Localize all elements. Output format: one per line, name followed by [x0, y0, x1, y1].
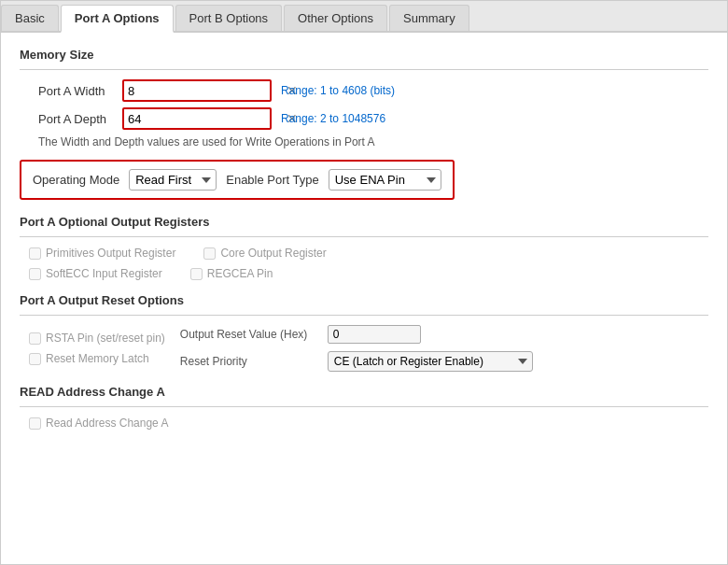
port-a-width-label: Port A Width: [38, 84, 122, 98]
reset-row: RSTA Pin (set/reset pin) Reset Memory La…: [29, 325, 708, 372]
regcea-register-checkbox[interactable]: [190, 268, 203, 280]
reset-priority-row: Reset Priority CE (Latch or Register Ena…: [180, 351, 533, 372]
reset-section: Port A Output Reset Options RSTA Pin (se…: [20, 293, 708, 372]
tab-port-a[interactable]: Port A Options: [61, 5, 174, 33]
registers-row-1: Primitives Output Register Core Output R…: [29, 247, 708, 260]
port-a-depth-input[interactable]: [128, 112, 285, 126]
address-checkbox-row: Read Address Change A: [29, 417, 708, 430]
primitives-register-label: Primitives Output Register: [46, 247, 175, 260]
regcea-register-item: REGCEA Pin: [190, 267, 273, 280]
operating-mode-select[interactable]: Read First Write First No Change: [129, 169, 217, 191]
reset-priority-label: Reset Priority: [180, 355, 320, 368]
memory-size-title: Memory Size: [20, 48, 708, 62]
port-a-depth-label: Port A Depth: [38, 112, 122, 126]
port-a-width-input[interactable]: [128, 84, 285, 98]
primitives-register-checkbox[interactable]: [29, 247, 41, 260]
reset-priority-select[interactable]: CE (Latch or Register Enable) SR (Set/Re…: [328, 351, 533, 372]
read-address-checkbox[interactable]: [29, 417, 41, 430]
tab-basic[interactable]: Basic: [1, 5, 59, 31]
tab-bar: Basic Port A Options Port B Options Othe…: [1, 1, 727, 33]
operating-mode-label: Operating Mode: [33, 173, 119, 187]
reset-checkboxes-col: RSTA Pin (set/reset pin) Reset Memory La…: [29, 332, 165, 365]
registers-row-2: SoftECC Input Register REGCEA Pin: [29, 267, 708, 280]
port-a-depth-input-wrapper: ✕: [122, 107, 272, 130]
enable-port-type-label: Enable Port Type: [226, 173, 319, 187]
primitives-register-item: Primitives Output Register: [29, 247, 175, 260]
address-section: READ Address Change A Read Address Chang…: [20, 385, 708, 430]
registers-title: Port A Optional Output Registers: [20, 215, 708, 229]
softecc-register-label: SoftECC Input Register: [46, 267, 162, 280]
tab-other-options[interactable]: Other Options: [284, 5, 387, 31]
enable-port-type-select[interactable]: Use ENA Pin Always Enabled: [329, 169, 441, 191]
regcea-register-label: REGCEA Pin: [207, 267, 273, 280]
port-a-width-input-wrapper: ✕: [122, 79, 272, 102]
core-register-label: Core Output Register: [220, 247, 326, 260]
reset-title: Port A Output Reset Options: [20, 293, 708, 307]
read-address-label: Read Address Change A: [46, 417, 168, 430]
port-a-width-row: Port A Width ✕ Range: 1 to 4608 (bits): [38, 79, 708, 102]
operating-mode-box: Operating Mode Read First Write First No…: [20, 160, 455, 200]
memory-size-section: Memory Size Port A Width ✕ Range: 1 to 4…: [20, 48, 708, 148]
rsta-checkbox[interactable]: [29, 332, 41, 345]
reset-memory-checkbox[interactable]: [29, 353, 41, 365]
output-reset-label: Output Reset Value (Hex): [180, 328, 320, 341]
port-a-width-range: Range: 1 to 4608 (bits): [281, 84, 395, 97]
output-reset-row: Output Reset Value (Hex): [180, 325, 533, 344]
reset-right-col: Output Reset Value (Hex) Reset Priority …: [180, 325, 533, 372]
registers-section: Port A Optional Output Registers Primiti…: [20, 215, 708, 280]
port-a-depth-row: Port A Depth ✕ Range: 2 to 1048576: [38, 107, 708, 130]
core-register-checkbox[interactable]: [203, 247, 216, 260]
port-a-depth-range: Range: 2 to 1048576: [281, 112, 385, 125]
address-title: READ Address Change A: [20, 385, 708, 399]
main-window: Basic Port A Options Port B Options Othe…: [0, 0, 728, 565]
rsta-item: RSTA Pin (set/reset pin): [29, 332, 165, 345]
reset-memory-label: Reset Memory Latch: [46, 352, 149, 365]
softecc-register-item: SoftECC Input Register: [29, 267, 162, 280]
output-reset-input[interactable]: [328, 325, 421, 344]
reset-memory-item: Reset Memory Latch: [29, 352, 165, 365]
softecc-register-checkbox[interactable]: [29, 268, 41, 280]
rsta-label: RSTA Pin (set/reset pin): [46, 332, 165, 345]
content-area: Memory Size Port A Width ✕ Range: 1 to 4…: [1, 33, 727, 458]
core-register-item: Core Output Register: [203, 247, 326, 260]
tab-summary[interactable]: Summary: [389, 5, 469, 31]
width-depth-note: The Width and Depth values are used for …: [38, 135, 708, 148]
tab-port-b[interactable]: Port B Options: [175, 5, 283, 31]
